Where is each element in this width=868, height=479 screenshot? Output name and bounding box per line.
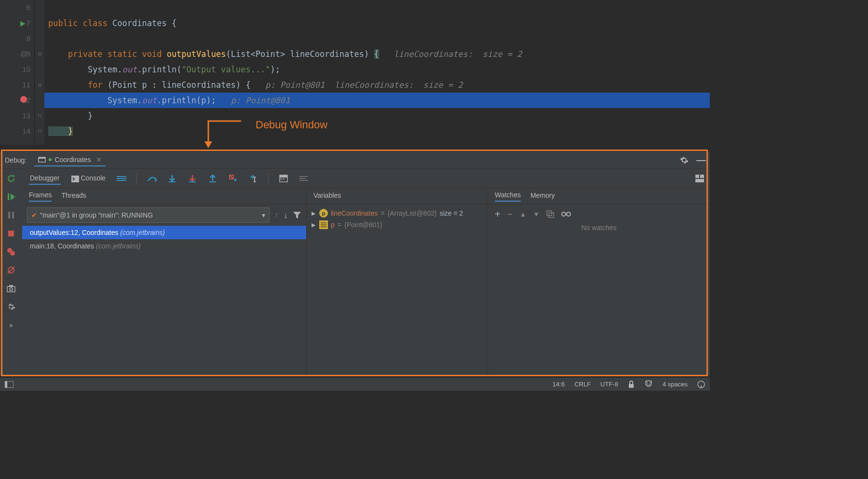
duplicate-icon[interactable] — [546, 210, 554, 218]
close-icon[interactable]: ✕ — [96, 156, 102, 164]
drop-frame-icon[interactable] — [228, 173, 238, 184]
tab-threads[interactable]: Threads — [61, 192, 86, 201]
tab-console[interactable]: Console — [70, 172, 107, 184]
thread-dropdown[interactable]: ✔ "main"@1 in group "main": RUNNING ▾ — [27, 207, 270, 223]
status-indent[interactable]: 4 spaces — [663, 381, 688, 388]
watches-empty-label: No watches — [488, 224, 710, 232]
debug-sidebar: » — [0, 169, 22, 376]
settings-icon[interactable] — [6, 302, 16, 312]
tab-debugger[interactable]: Debugger — [29, 172, 61, 185]
tab-frames[interactable]: Frames — [29, 191, 52, 202]
step-into-icon[interactable] — [167, 173, 177, 184]
svg-rect-41 — [547, 211, 552, 216]
remove-watch-icon[interactable]: − — [507, 209, 513, 220]
layout-icon[interactable] — [694, 173, 705, 184]
svg-rect-3 — [8, 212, 10, 219]
svg-point-44 — [567, 212, 570, 216]
svg-rect-37 — [695, 179, 704, 182]
tool-windows-icon[interactable] — [5, 381, 14, 388]
show-execution-point-icon[interactable] — [116, 173, 127, 184]
run-line-icon[interactable]: ▶ — [20, 15, 26, 31]
debug-config-tab[interactable]: Coordinates ✕ — [34, 154, 106, 166]
annotation-arrow-icon — [203, 118, 241, 152]
svg-rect-29 — [280, 175, 287, 178]
debugger-toolbar: Debugger Console — [22, 169, 710, 188]
camera-icon[interactable] — [6, 284, 16, 293]
annotation-label: Debug Window — [256, 119, 327, 131]
check-icon: ✔ — [31, 211, 37, 219]
watches-pane: Watches Memory + − ▲ ▼ No watches — [488, 188, 710, 376]
svg-rect-13 — [71, 176, 79, 182]
debug-panel: Debug: Coordinates ✕ — » Debugger Consol… — [0, 151, 710, 376]
glasses-icon[interactable] — [561, 211, 571, 217]
trace-current-stream-icon[interactable] — [298, 173, 309, 184]
fold-gutter: ⊖⊖⊓⊓ — [35, 0, 44, 145]
goto-icon[interactable] — [697, 381, 705, 388]
minimize-icon[interactable]: — — [696, 154, 706, 165]
evaluate-expression-icon[interactable] — [278, 173, 289, 184]
rerun-icon[interactable] — [6, 174, 16, 183]
mute-breakpoints-icon[interactable] — [6, 265, 16, 275]
svg-rect-2 — [8, 193, 9, 200]
svg-rect-5 — [8, 231, 14, 236]
view-breakpoints-icon[interactable] — [6, 247, 16, 257]
tab-watches[interactable]: Watches — [495, 191, 521, 202]
status-encoding[interactable]: UTF-8 — [600, 381, 618, 388]
svg-rect-30 — [281, 178, 282, 179]
force-step-into-icon[interactable] — [187, 173, 198, 184]
running-indicator-icon — [49, 158, 52, 161]
svg-point-43 — [562, 212, 566, 216]
svg-point-11 — [10, 288, 13, 291]
inspector-icon[interactable] — [644, 380, 653, 389]
filter-icon[interactable] — [293, 211, 301, 219]
step-out-icon[interactable] — [207, 173, 218, 184]
frame-item[interactable]: outputValues:12, Coordinates (com.jetbra… — [22, 226, 306, 239]
add-watch-icon[interactable]: + — [495, 209, 501, 220]
svg-rect-53 — [701, 385, 702, 388]
parameter-badge-icon: p — [319, 209, 328, 218]
status-line-separator[interactable]: CRLF — [574, 381, 591, 388]
more-icon[interactable]: » — [6, 320, 16, 330]
field-badge-icon — [319, 220, 328, 229]
breakpoint-icon[interactable] — [20, 93, 27, 108]
lock-icon[interactable] — [628, 381, 635, 388]
svg-rect-47 — [5, 381, 7, 388]
move-down-icon[interactable]: ▼ — [533, 210, 540, 218]
debug-panel-header: Debug: Coordinates ✕ — — [0, 151, 710, 169]
svg-line-24 — [230, 175, 233, 179]
svg-rect-38 — [321, 222, 326, 223]
svg-rect-31 — [283, 178, 285, 179]
svg-point-50 — [647, 382, 648, 383]
stop-icon[interactable] — [6, 229, 16, 238]
expand-icon[interactable]: ▶ — [312, 222, 315, 228]
code-area[interactable]: public class Coordinates { private stati… — [44, 0, 710, 145]
svg-rect-4 — [12, 212, 14, 219]
svg-rect-39 — [321, 224, 326, 225]
debug-label: Debug: — [5, 156, 27, 164]
svg-rect-40 — [321, 226, 326, 227]
execution-line: System.out.println(p); p: Point@801 — [44, 93, 710, 108]
annotation-at-icon: @ — [20, 46, 27, 62]
code-editor: 6 7▶ 8 9@ 10 11 12 13 14 ⊖⊖⊓⊓ public cla… — [0, 0, 710, 145]
frame-down-icon[interactable]: ↓ — [284, 210, 288, 220]
svg-rect-10 — [7, 287, 15, 292]
pause-icon[interactable] — [6, 210, 16, 220]
status-position[interactable]: 14:6 — [553, 381, 565, 388]
gear-icon[interactable] — [680, 156, 689, 164]
variable-row[interactable]: ▶ p lineCoordinates = {ArrayList@802} si… — [312, 207, 483, 219]
expand-icon[interactable]: ▶ — [312, 210, 315, 217]
tab-memory[interactable]: Memory — [530, 192, 555, 201]
frames-list: outputValues:12, Coordinates (com.jetbra… — [22, 226, 306, 253]
frame-up-icon[interactable]: ↑ — [274, 210, 279, 220]
step-over-icon[interactable] — [147, 173, 157, 184]
svg-rect-36 — [700, 175, 704, 178]
frame-item[interactable]: main:18, Coordinates (com.jetbrains) — [22, 239, 306, 253]
resume-icon[interactable] — [6, 192, 16, 202]
status-bar: 14:6 CRLF UTF-8 4 spaces — [0, 377, 710, 391]
svg-rect-35 — [695, 175, 699, 178]
svg-point-51 — [650, 382, 651, 383]
variable-row[interactable]: ▶ p = {Point@801} — [312, 219, 483, 231]
svg-rect-48 — [629, 384, 634, 388]
run-to-cursor-icon[interactable] — [248, 173, 258, 184]
move-up-icon[interactable]: ▲ — [519, 210, 526, 218]
